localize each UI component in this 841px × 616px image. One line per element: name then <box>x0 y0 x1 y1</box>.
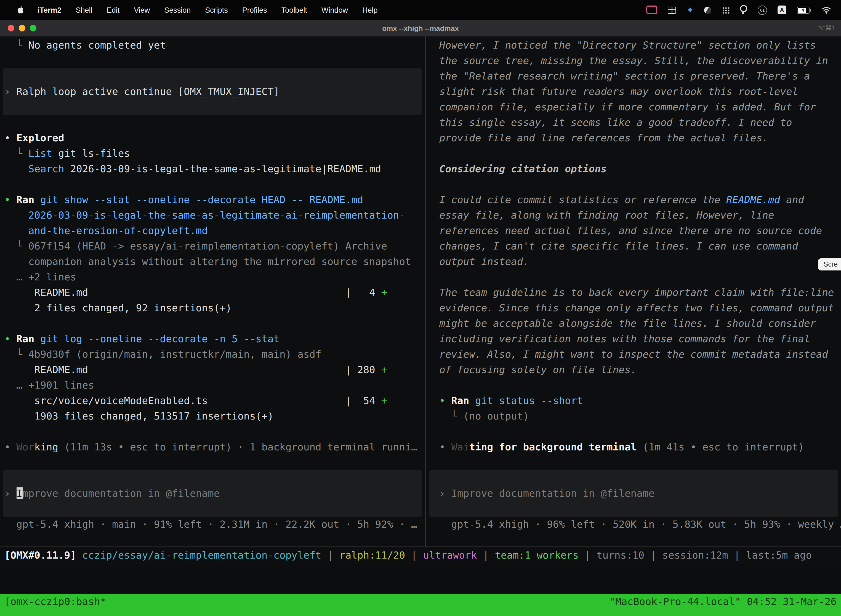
no-agents-line: └ No agents completed yet <box>4 38 166 53</box>
more-lines-line: … +2 lines <box>4 269 76 285</box>
gauge-menu-extra-icon[interactable]: 61 <box>757 5 767 15</box>
thinking-line: slight risk that future readers may over… <box>439 84 798 99</box>
more-lines-line: … +1901 lines <box>4 378 94 393</box>
tool-search-line: Search 2026-03-09-is-legal-the-same-as-l… <box>4 161 381 177</box>
window-shortcut-badge: ⌥⌘1 <box>818 24 835 32</box>
tmux-host-time-label: "MacBook-Pro-44.local" 04:52 31-Mar-26 <box>609 594 837 616</box>
tmux-session-label: [omx-cczip0:bash* <box>4 594 106 616</box>
minimize-button[interactable] <box>19 25 25 31</box>
model-status-line: gpt-5.4 xhigh · 96% left · 520K in · 5.8… <box>439 517 841 532</box>
terminal-pane-left[interactable]: └ No agents completed yet› Ralph loop ac… <box>0 37 425 546</box>
menu-bar-left: iTerm2 ShellEditViewSessionScriptsProfil… <box>0 6 385 14</box>
menu-bar: iTerm2 ShellEditViewSessionScriptsProfil… <box>0 0 841 20</box>
key-menu-extra-icon[interactable] <box>740 5 747 12</box>
spark-menu-extra-icon[interactable] <box>687 6 694 13</box>
thinking-line: essay file, along with finding root file… <box>439 208 774 223</box>
zoom-button[interactable] <box>30 25 37 31</box>
window-title: omx --xhigh --madmax <box>382 24 459 32</box>
menu-item-session[interactable]: Session <box>157 6 198 14</box>
ran-git-log-line: • Ran git log --oneline --decorate -n 5 … <box>4 331 280 347</box>
command-arg-line: 2026-03-09-is-legal-the-same-as-legitima… <box>4 208 405 223</box>
screen-recording-indicator-icon[interactable] <box>646 6 657 14</box>
thinking-line: companion file, especially if more comme… <box>439 99 816 115</box>
thinking-line: references need actual files, and since … <box>439 223 822 238</box>
thinking-line: changes, I can't cite specific file line… <box>439 238 798 254</box>
input-source-icon[interactable]: A <box>778 6 786 14</box>
menu-bar-status-icons: 61 A <box>646 5 841 15</box>
diffstat-line: README.md | 280 + <box>4 362 387 378</box>
circle-menu-extra-icon[interactable] <box>704 6 711 13</box>
model-status-line: gpt-5.4 xhigh · main · 91% left · 2.31M … <box>4 517 417 532</box>
menu-item-toolbelt[interactable]: Toolbelt <box>274 6 314 14</box>
diffstat-summary-line: 1903 files changed, 513517 insertions(+) <box>4 408 273 424</box>
menu-item-shell[interactable]: Shell <box>69 6 100 14</box>
traffic-lights <box>8 20 37 37</box>
ran-git-show-line: • Ran git show --stat --oneline --decora… <box>4 192 363 208</box>
thinking-line: of focusing solely on file lines. <box>439 362 637 378</box>
thinking-line: evidence. Since this change only affects… <box>439 300 834 316</box>
ran-git-status-line: • Ran git status --short <box>439 393 583 408</box>
thinking-line: the source tree, missing the essay. Stil… <box>439 53 828 69</box>
wifi-icon[interactable] <box>822 6 831 13</box>
thinking-header: Considering citation options <box>439 161 607 177</box>
apple-menu-icon[interactable] <box>10 6 30 14</box>
thinking-line: this single essay, it seems like a good … <box>439 115 792 130</box>
thinking-line: output instead. <box>439 254 529 269</box>
menu-app-name[interactable]: iTerm2 <box>30 6 69 14</box>
terminal: └ No agents completed yet› Ralph loop ac… <box>0 37 841 546</box>
tool-list-line: └ List git ls-files <box>4 146 130 161</box>
omx-status-bar: [OMX#0.11.9] cczip/essay/ai-reimplementa… <box>0 546 841 563</box>
grid-menu-extra-icon[interactable] <box>668 6 676 13</box>
screen-tooltip: Scre <box>818 258 841 270</box>
thinking-line: the "Related research writing" section i… <box>439 69 810 84</box>
explored-header: • Explored <box>4 130 64 146</box>
prompt-line: › Improve documentation in @filename <box>4 486 220 501</box>
diffstat-line: README.md | 4 + <box>4 285 387 300</box>
tmux-status-bar: [omx-cczip0:bash* "MacBook-Pro-44.local"… <box>0 594 841 616</box>
thinking-line: might be acceptable alongside the file l… <box>439 316 816 331</box>
thinking-line: review. Also, I might want to inspect th… <box>439 347 828 362</box>
window-title-bar: omx --xhigh --madmax ⌥⌘1 <box>0 20 841 37</box>
commit-line: companion analysis without altering the … <box>4 254 411 269</box>
menu-item-window[interactable]: Window <box>314 6 355 14</box>
terminal-pane-right[interactable]: However, I noticed the "Directory Struct… <box>426 37 841 546</box>
ralph-loop-banner-line: › Ralph loop active continue [OMX_TMUX_I… <box>4 84 280 99</box>
menu-items: ShellEditViewSessionScriptsProfilesToolb… <box>69 6 385 14</box>
commit-line: └ 067f154 (HEAD -> essay/ai-reimplementa… <box>4 238 387 254</box>
thinking-line: including verification notes with those … <box>439 331 810 347</box>
close-button[interactable] <box>8 25 14 31</box>
diffstat-summary-line: 2 files changed, 92 insertions(+) <box>4 300 232 316</box>
menu-item-profiles[interactable]: Profiles <box>235 6 274 14</box>
prompt-line: › Improve documentation in @filename <box>439 486 655 501</box>
menu-item-edit[interactable]: Edit <box>100 6 127 14</box>
working-status-line: • Working (11m 13s • esc to interrupt) ·… <box>4 439 417 455</box>
waiting-status-line: • Waiting for background terminal (1m 41… <box>439 439 804 455</box>
thinking-line: I could cite commit statistics or refere… <box>439 192 804 208</box>
diffstat-line: src/voice/voiceModeEnabled.ts | 54 + <box>4 393 387 408</box>
screen: iTerm2 ShellEditViewSessionScriptsProfil… <box>0 0 841 616</box>
menu-item-scripts[interactable]: Scripts <box>198 6 235 14</box>
commit-line: └ 4b9d30f (origin/main, instructkr/main,… <box>4 347 321 362</box>
dots-grid-menu-extra-icon[interactable] <box>722 6 730 13</box>
thinking-line: However, I noticed the "Directory Struct… <box>439 38 816 53</box>
command-output-line: └ (no output) <box>439 408 529 424</box>
command-arg-line: and-the-erosion-of-copyleft.md <box>4 223 208 238</box>
thinking-line: provide file and line references from th… <box>439 130 768 146</box>
thinking-line: The team guideline is to back every impo… <box>439 285 834 300</box>
battery-icon[interactable] <box>797 6 811 13</box>
menu-item-view[interactable]: View <box>127 6 157 14</box>
menu-item-help[interactable]: Help <box>355 6 385 14</box>
